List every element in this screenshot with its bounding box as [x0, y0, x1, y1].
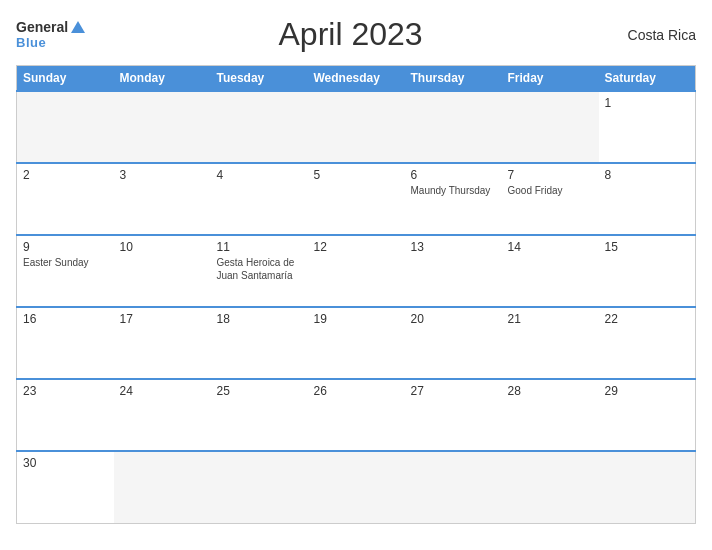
calendar-title: April 2023	[85, 16, 616, 53]
calendar-day-cell: 10	[114, 235, 211, 307]
day-number: 22	[605, 312, 690, 326]
day-number: 25	[217, 384, 302, 398]
day-number: 3	[120, 168, 205, 182]
calendar-day-cell	[211, 91, 308, 163]
calendar-day-cell: 24	[114, 379, 211, 451]
day-number: 27	[411, 384, 496, 398]
calendar-day-cell: 30	[17, 451, 114, 523]
day-number: 8	[605, 168, 690, 182]
day-number: 28	[508, 384, 593, 398]
day-number: 29	[605, 384, 690, 398]
day-number: 7	[508, 168, 593, 182]
calendar-week-row: 9Easter Sunday1011Gesta Heroica de Juan …	[17, 235, 696, 307]
event-label: Easter Sunday	[23, 256, 108, 269]
calendar-day-cell: 2	[17, 163, 114, 235]
day-number: 2	[23, 168, 108, 182]
calendar-week-row: 23456Maundy Thursday7Good Friday8	[17, 163, 696, 235]
day-number: 15	[605, 240, 690, 254]
event-label: Maundy Thursday	[411, 184, 496, 197]
calendar-day-cell: 9Easter Sunday	[17, 235, 114, 307]
calendar-day-cell	[502, 91, 599, 163]
day-number: 26	[314, 384, 399, 398]
calendar-day-cell: 26	[308, 379, 405, 451]
weekday-header-row: SundayMondayTuesdayWednesdayThursdayFrid…	[17, 66, 696, 92]
day-number: 6	[411, 168, 496, 182]
event-label: Gesta Heroica de Juan Santamaría	[217, 256, 302, 282]
weekday-header-wednesday: Wednesday	[308, 66, 405, 92]
calendar-day-cell	[114, 451, 211, 523]
calendar-day-cell: 17	[114, 307, 211, 379]
day-number: 10	[120, 240, 205, 254]
calendar-day-cell	[17, 91, 114, 163]
calendar-day-cell: 25	[211, 379, 308, 451]
calendar-day-cell: 29	[599, 379, 696, 451]
calendar-day-cell: 23	[17, 379, 114, 451]
day-number: 17	[120, 312, 205, 326]
weekday-header-sunday: Sunday	[17, 66, 114, 92]
calendar-week-row: 30	[17, 451, 696, 523]
weekday-header-thursday: Thursday	[405, 66, 502, 92]
calendar-day-cell: 19	[308, 307, 405, 379]
calendar-day-cell: 3	[114, 163, 211, 235]
logo: General Blue	[16, 19, 85, 50]
day-number: 21	[508, 312, 593, 326]
day-number: 4	[217, 168, 302, 182]
day-number: 24	[120, 384, 205, 398]
calendar-day-cell	[114, 91, 211, 163]
calendar-day-cell: 12	[308, 235, 405, 307]
calendar-day-cell: 15	[599, 235, 696, 307]
calendar-day-cell: 11Gesta Heroica de Juan Santamaría	[211, 235, 308, 307]
calendar-day-cell: 8	[599, 163, 696, 235]
calendar-day-cell: 18	[211, 307, 308, 379]
logo-blue-text: Blue	[16, 35, 46, 50]
calendar-day-cell: 27	[405, 379, 502, 451]
calendar-day-cell: 21	[502, 307, 599, 379]
calendar-day-cell: 4	[211, 163, 308, 235]
day-number: 5	[314, 168, 399, 182]
page-header: General Blue April 2023 Costa Rica	[16, 16, 696, 53]
calendar-day-cell: 6Maundy Thursday	[405, 163, 502, 235]
event-label: Good Friday	[508, 184, 593, 197]
calendar-table: SundayMondayTuesdayWednesdayThursdayFrid…	[16, 65, 696, 524]
calendar-day-cell: 5	[308, 163, 405, 235]
day-number: 1	[605, 96, 690, 110]
calendar-week-row: 16171819202122	[17, 307, 696, 379]
day-number: 16	[23, 312, 108, 326]
logo-triangle-icon	[71, 21, 85, 33]
day-number: 13	[411, 240, 496, 254]
calendar-week-row: 23242526272829	[17, 379, 696, 451]
day-number: 23	[23, 384, 108, 398]
calendar-day-cell: 7Good Friday	[502, 163, 599, 235]
day-number: 19	[314, 312, 399, 326]
calendar-day-cell	[502, 451, 599, 523]
day-number: 14	[508, 240, 593, 254]
weekday-header-saturday: Saturday	[599, 66, 696, 92]
country-label: Costa Rica	[616, 27, 696, 43]
calendar-day-cell: 13	[405, 235, 502, 307]
weekday-header-monday: Monday	[114, 66, 211, 92]
calendar-day-cell	[599, 451, 696, 523]
calendar-day-cell: 1	[599, 91, 696, 163]
calendar-day-cell	[211, 451, 308, 523]
day-number: 20	[411, 312, 496, 326]
calendar-day-cell: 14	[502, 235, 599, 307]
day-number: 18	[217, 312, 302, 326]
calendar-day-cell: 16	[17, 307, 114, 379]
calendar-day-cell	[308, 91, 405, 163]
calendar-day-cell: 28	[502, 379, 599, 451]
weekday-header-friday: Friday	[502, 66, 599, 92]
calendar-day-cell: 22	[599, 307, 696, 379]
calendar-day-cell	[405, 91, 502, 163]
day-number: 11	[217, 240, 302, 254]
calendar-week-row: 1	[17, 91, 696, 163]
calendar-day-cell	[405, 451, 502, 523]
day-number: 9	[23, 240, 108, 254]
weekday-header-tuesday: Tuesday	[211, 66, 308, 92]
calendar-day-cell	[308, 451, 405, 523]
day-number: 12	[314, 240, 399, 254]
calendar-day-cell: 20	[405, 307, 502, 379]
day-number: 30	[23, 456, 108, 470]
logo-general-text: General	[16, 19, 68, 35]
